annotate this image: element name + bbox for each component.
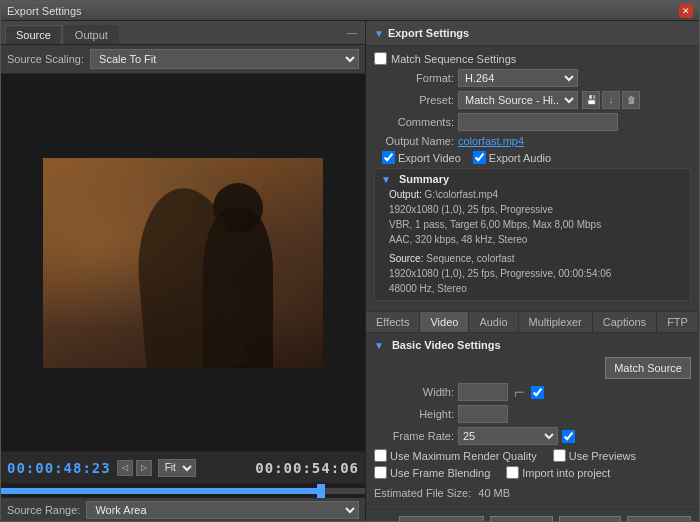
format-row: Format: H.264 — [374, 69, 691, 87]
link-dimensions-checkbox[interactable] — [531, 386, 544, 399]
source-scaling-select[interactable]: Scale To Fit — [90, 49, 359, 69]
file-size-label: Estimated File Size: 40 MB — [374, 487, 510, 499]
scrubber-track — [1, 488, 365, 494]
output-name-link[interactable]: colorfast.mp4 — [458, 135, 524, 147]
output-name-row: Output Name: colorfast.mp4 — [374, 135, 691, 147]
video-preview — [1, 74, 365, 451]
summary-source-text: Source: Sequence, colorfast 1920x1080 (1… — [389, 251, 684, 296]
match-sequence-label: Match Sequence Settings — [391, 53, 516, 65]
settings-body: Match Sequence Settings Format: H.264 Pr… — [366, 46, 699, 311]
use-previews-label[interactable]: Use Previews — [553, 449, 636, 462]
bottom-checkboxes-2: Use Frame Blending Import into project — [374, 466, 691, 479]
format-label: Format: — [374, 72, 454, 84]
basic-video-header: ▼ Basic Video Settings — [374, 339, 691, 351]
tab-audio[interactable]: Audio — [469, 312, 518, 332]
frame-rate-select[interactable]: 25 — [458, 427, 558, 445]
frame-blending-checkbox[interactable] — [374, 466, 387, 479]
video-canvas — [43, 158, 323, 368]
left-panel: Source Output — Source Scaling: Scale To… — [1, 21, 366, 521]
right-scroll-area[interactable]: ▼ Export Settings Match Sequence Setting… — [366, 21, 699, 521]
figure-silhouette — [203, 208, 273, 368]
save-preset-button[interactable]: 💾 — [582, 91, 600, 109]
export-audio-label[interactable]: Export Audio — [473, 151, 551, 164]
frame-blending-label[interactable]: Use Frame Blending — [374, 466, 490, 479]
right-panel-wrapper: ▼ Export Settings Match Sequence Setting… — [366, 21, 699, 521]
export-video-checkbox[interactable] — [382, 151, 395, 164]
import-preset-button[interactable]: ↓ — [602, 91, 620, 109]
collapse-button[interactable]: — — [343, 27, 361, 38]
frame-rate-label: Frame Rate: — [374, 430, 454, 442]
scrubber-fill — [1, 488, 321, 494]
bottom-checkboxes: Use Maximum Render Quality Use Previews — [374, 449, 691, 462]
cancel-button[interactable]: Cancel — [627, 516, 691, 521]
tab-source[interactable]: Source — [5, 25, 62, 44]
basic-video-triangle-icon[interactable]: ▼ — [374, 340, 384, 351]
scrubber-bar[interactable] — [1, 483, 365, 497]
preset-icons: 💾 ↓ 🗑 — [582, 91, 640, 109]
tab-output[interactable]: Output — [64, 25, 119, 44]
timeline-bar: 00:00:48:23 ◁ ▷ Fit 00:00:54:06 — [1, 451, 365, 483]
timecode-end: 00:00:54:06 — [255, 460, 359, 476]
next-frame-button[interactable]: ▷ — [136, 460, 152, 476]
prev-frame-button[interactable]: ◁ — [117, 460, 133, 476]
link-bracket-icon: ⌐ — [514, 383, 525, 401]
height-label: Height: — [374, 408, 454, 420]
delete-preset-button[interactable]: 🗑 — [622, 91, 640, 109]
panel-tabs: Effects Video Audio Multiplexer Captions… — [366, 311, 699, 333]
fit-select[interactable]: Fit — [158, 459, 196, 477]
export-checkboxes-row: Export Video Export Audio — [382, 151, 691, 164]
format-select[interactable]: H.264 — [458, 69, 578, 87]
source-range-row: Source Range: Work Area — [1, 497, 365, 521]
link-bracket: ⌐ — [514, 383, 525, 401]
source-scaling-row: Source Scaling: Scale To Fit — [1, 45, 365, 74]
import-project-label[interactable]: Import into project — [506, 466, 610, 479]
summary-section: ▼ Summary Output: G:\colorfast.mp4 1920x… — [374, 168, 691, 301]
video-settings-panel: ▼ Basic Video Settings Match Source Widt… — [366, 333, 699, 509]
export-audio-checkbox[interactable] — [473, 151, 486, 164]
file-size-row: Estimated File Size: 40 MB — [374, 483, 691, 503]
preset-row: Preset: Match Source - Hi... 💾 ↓ 🗑 — [374, 91, 691, 109]
tab-multiplexer[interactable]: Multiplexer — [519, 312, 593, 332]
summary-triangle-icon[interactable]: ▼ — [381, 174, 391, 185]
left-tabs-row: Source Output — — [1, 21, 365, 45]
tab-ftp[interactable]: FTP — [657, 312, 699, 332]
match-source-row: Match Source — [374, 357, 691, 379]
height-input[interactable]: 1.080 — [458, 405, 508, 423]
video-scene — [43, 158, 323, 368]
use-previews-checkbox[interactable] — [553, 449, 566, 462]
timeline-controls: ◁ ▷ — [117, 460, 152, 476]
summary-title: ▼ Summary — [381, 173, 684, 185]
export-video-label[interactable]: Export Video — [382, 151, 461, 164]
close-button[interactable]: ✕ — [679, 4, 693, 18]
export-settings-header: ▼ Export Settings — [366, 21, 699, 46]
metadata-button[interactable]: Metadata... — [399, 516, 484, 521]
match-source-button[interactable]: Match Source — [605, 357, 691, 379]
width-input[interactable]: 1.920 — [458, 383, 508, 401]
window-title: Export Settings — [7, 5, 82, 17]
max-render-quality-checkbox[interactable] — [374, 449, 387, 462]
frame-rate-row: Frame Rate: 25 — [374, 427, 691, 445]
tab-effects[interactable]: Effects — [366, 312, 420, 332]
export-button[interactable]: Export — [559, 516, 621, 521]
import-project-checkbox[interactable] — [506, 466, 519, 479]
source-range-select[interactable]: Work Area — [86, 501, 359, 519]
comments-input[interactable] — [458, 113, 618, 131]
tab-captions[interactable]: Captions — [593, 312, 657, 332]
max-render-quality-label[interactable]: Use Maximum Render Quality — [374, 449, 537, 462]
frame-rate-lock-checkbox[interactable] — [562, 430, 575, 443]
scrubber-thumb[interactable] — [317, 484, 325, 498]
export-settings-window: Export Settings ✕ Source Output — Source… — [0, 0, 700, 522]
queue-button[interactable]: Queue — [490, 516, 553, 521]
tab-video[interactable]: Video — [420, 312, 469, 332]
width-label: Width: — [374, 386, 454, 398]
match-sequence-row: Match Sequence Settings — [374, 52, 691, 65]
preset-label: Preset: — [374, 94, 454, 106]
export-settings-title: Export Settings — [388, 27, 469, 39]
collapse-triangle-icon[interactable]: ▼ — [374, 28, 384, 39]
source-range-label: Source Range: — [7, 504, 80, 516]
output-name-label: Output Name: — [374, 135, 454, 147]
comments-label: Comments: — [374, 116, 454, 128]
preset-select[interactable]: Match Source - Hi... — [458, 91, 578, 109]
width-row: Width: 1.920 ⌐ — [374, 383, 691, 401]
match-sequence-checkbox[interactable] — [374, 52, 387, 65]
